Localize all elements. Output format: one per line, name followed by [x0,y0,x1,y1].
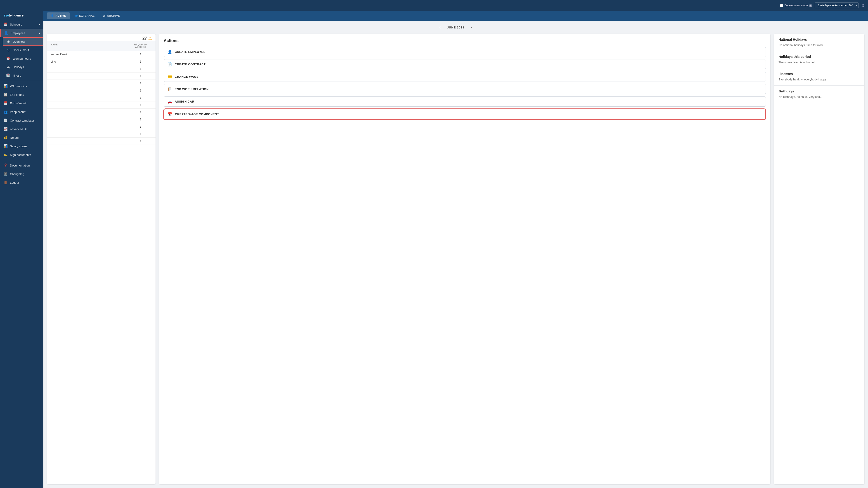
company-select[interactable]: Eyetelligence Amsterdam BV [815,2,859,8]
create-wage-component-label: CREATE WAGE COMPONENT [175,112,219,116]
table-row[interactable]: an der Zwart 1 [47,51,156,58]
sidebar-divider-1 [0,80,43,81]
tab-external[interactable]: 👥 EXTERNAL [71,12,98,19]
sidebar-item-advanced-bi[interactable]: 📈 Advanced BI [0,125,43,133]
tab-archive-label: ARCHIVE [107,14,120,18]
assign-car-label: ASSIGN CAR [175,100,194,103]
table-row[interactable]: 1 [47,116,156,123]
grid-icon: ⊞ [809,4,812,7]
sidebar-item-illness[interactable]: 🏥 Illness [3,71,43,80]
end-work-relation-icon: 📋 [167,87,172,91]
change-wage-icon: 💳 [167,74,172,79]
table-row[interactable]: 1 [47,94,156,101]
action-button-assign-car[interactable]: 🚗 ASSIGN CAR [164,96,766,107]
sidebar-item-wab-monitor-label: WAB monitor [10,85,27,88]
tab-external-label: EXTERNAL [79,14,95,18]
sidebar-item-end-of-month[interactable]: 📅 End of month [0,99,43,107]
wab-monitor-icon: 📊 [3,84,8,88]
table-row[interactable]: 1 [47,109,156,116]
info-section-title-holidays-period: Holidays this period [778,55,860,59]
row-required-count: 1 [129,53,152,56]
table-row[interactable]: 1 [47,138,156,145]
table-header: Name Requiredactions [47,41,156,51]
table-row[interactable]: 1 [47,72,156,80]
worked-hours-icon: ⏰ [6,57,10,61]
nmbrs-icon: 💰 [3,135,8,140]
check-in-out-icon: ⏱ [6,48,10,52]
table-row[interactable]: 1 [47,123,156,130]
table-row[interactable]: 1 [47,130,156,138]
employees-icon: 👤 [4,31,8,35]
info-section-illnesses: Illnesses Everybody healthy, everybody h… [774,68,864,86]
table-row[interactable]: 1 [47,101,156,109]
info-section-text-national-holidays: No national holidays, time for work! [778,43,860,47]
sidebar-item-holidays-label: Holidays [13,65,24,69]
sidebar-item-contract-templates-label: Contract templates [10,119,35,122]
row-required-count: 1 [129,132,152,135]
sidebar-item-overview-label: Overview [13,40,25,43]
sidebar-item-salary-scales-label: Salary scales [10,144,27,148]
topbar: Development mode ⊞ Eyetelligence Amsterd… [0,0,868,11]
sidebar-item-holidays[interactable]: 🏖 Holidays [3,63,43,71]
sidebar-item-end-of-day-label: End of day [10,93,24,96]
sidebar-item-worked-hours[interactable]: ⏰ Worked hours [3,54,43,63]
sidebar-item-advanced-bi-label: Advanced BI [10,127,27,131]
tab-active[interactable]: 👤 ACTIVE [47,12,70,19]
info-section-text-illnesses: Everybody healthy, everybody happy! [778,77,860,82]
table-rows-container: an der Zwart 1 sinc 6 1 1 1 1 1 1 1 1 1 … [47,51,156,145]
sidebar-logo: eyetelligence [0,11,43,20]
table-row[interactable]: 1 [47,87,156,94]
table-row[interactable]: 1 [47,65,156,72]
action-buttons-container: 👤 CREATE EMPLOYEE 📄 CREATE CONTRACT 💳 CH… [164,47,766,120]
sidebar-item-peoplecount-label: Peoplecount [10,110,26,113]
dev-mode-checkbox[interactable] [780,4,783,7]
sidebar-item-worked-hours-label: Worked hours [13,57,31,60]
table-row[interactable]: 1 [47,80,156,87]
sidebar-item-contract-templates[interactable]: 📄 Contract templates [0,116,43,125]
sidebar-item-nmbrs-label: Nmbrs [10,136,19,139]
tab-archive[interactable]: 🗂 ARCHIVE [99,12,124,19]
sidebar-item-schedule[interactable]: 📅 Schedule ▾ [0,20,43,29]
create-contract-icon: 📄 [167,62,172,66]
prev-month-button[interactable]: ‹ [438,24,442,30]
archive-tab-icon: 🗂 [103,14,106,18]
page-content: ‹ JUNE 2023 › 27 ⚠ Name Requiredactions [43,21,868,488]
table-row[interactable]: sinc 6 [47,58,156,65]
sidebar-item-changelog[interactable]: 📓 Changelog [0,170,43,178]
subnav: 👤 ACTIVE 👥 EXTERNAL 🗂 ARCHIVE [43,11,868,21]
sidebar-item-overview[interactable]: ◉ Overview [3,37,43,46]
info-section-title-illnesses: Illnesses [778,72,860,76]
create-employee-icon: 👤 [167,50,172,54]
sidebar-item-logout[interactable]: 🚪 Logout [0,178,43,187]
info-section-holidays-period: Holidays this period The whole team is a… [774,51,864,68]
row-required-count: 1 [129,125,152,128]
sidebar-item-check-in-out-label: Check in/out [13,48,29,52]
settings-icon[interactable]: ⚙ [861,3,864,8]
sidebar-item-wab-monitor[interactable]: 📊 WAB monitor [0,82,43,90]
sidebar-item-employees[interactable]: 👤 Employees ▴ [0,29,43,37]
action-button-create-employee[interactable]: 👤 CREATE EMPLOYEE [164,47,766,57]
sidebar-item-peoplecount[interactable]: 👥 Peoplecount [0,107,43,116]
sidebar-item-documentation[interactable]: ❓ Documentation [0,161,43,170]
logout-icon: 🚪 [3,181,8,185]
row-required-count: 1 [129,89,152,92]
sidebar-item-end-of-month-label: End of month [10,102,27,105]
sidebar-item-sign-documents[interactable]: ✍ Sign documents [0,151,43,159]
action-button-change-wage[interactable]: 💳 CHANGE WAGE [164,72,766,82]
next-month-button[interactable]: › [469,24,473,30]
sidebar-item-end-of-day[interactable]: 📋 End of day [0,90,43,99]
sidebar-item-changelog-label: Changelog [10,172,24,176]
sidebar-item-check-in-out[interactable]: ⏱ Check in/out [3,46,43,54]
holidays-icon: 🏖 [6,65,10,69]
sidebar-item-salary-scales[interactable]: 📊 Salary scales [0,142,43,151]
action-button-end-work-relation[interactable]: 📋 END WORK RELATION [164,84,766,94]
info-section-title-birthdays: Birthdays [778,89,860,93]
action-button-create-wage-component[interactable]: 📅 CREATE WAGE COMPONENT [164,109,766,120]
month-nav: ‹ JUNE 2023 › [47,24,864,30]
month-nav-label: JUNE 2023 [447,26,464,29]
assign-car-icon: 🚗 [167,99,172,104]
action-button-create-contract[interactable]: 📄 CREATE CONTRACT [164,59,766,69]
main-grid: 27 ⚠ Name Requiredactions an der Zwart 1… [47,34,864,484]
sidebar-item-documentation-label: Documentation [10,164,30,167]
sidebar-item-nmbrs[interactable]: 💰 Nmbrs [0,133,43,142]
